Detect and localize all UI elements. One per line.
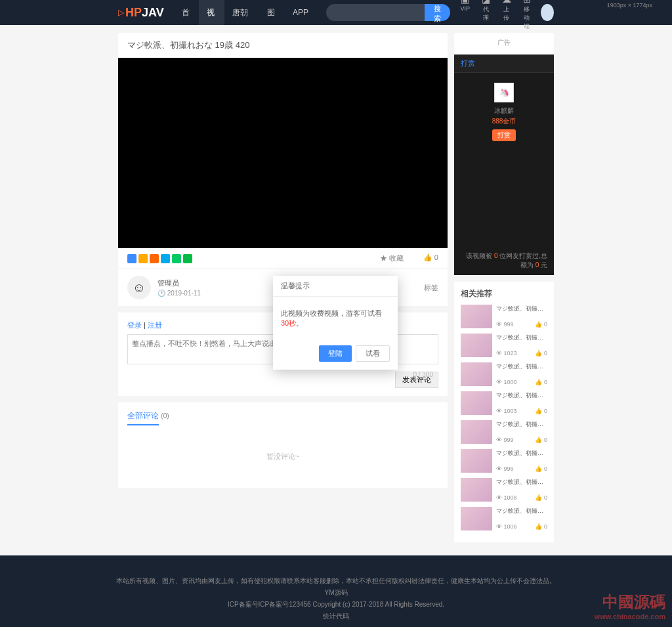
share-icon-3[interactable] <box>150 254 159 263</box>
share-icon-1[interactable] <box>127 254 136 263</box>
footer-line-3: ICP备案号ICP备案号123456 Copyright (c) 2017-20… <box>0 599 672 611</box>
modal-body: 此视频为收费视频，游客可试看30秒。 <box>273 297 398 340</box>
share-icon-5[interactable] <box>172 254 181 263</box>
login-link[interactable]: 登录 <box>127 321 142 329</box>
modal-preview-button[interactable]: 试看 <box>356 345 390 362</box>
related-views: 👁 996 <box>496 465 514 472</box>
search-button[interactable]: 搜索 <box>425 4 450 21</box>
related-likes: 👍 0 <box>535 523 547 530</box>
related-item[interactable]: マジ軟派、初撮れおな 19歳 247 👁 999 👍 0 <box>461 305 547 328</box>
nav: 首页 视频 唐朝小说 图区 APP下载 <box>174 0 320 25</box>
modal-login-button[interactable]: 登陆 <box>319 345 352 362</box>
no-comments: 暂没评论~ <box>127 452 438 462</box>
action-bar: ★ 收藏 👍 0 <box>118 248 448 269</box>
video-player[interactable] <box>118 58 448 248</box>
tags-label: 标签 <box>424 283 438 293</box>
related-likes: 👍 0 <box>535 350 547 357</box>
reward-box: 打赏 🦄 冰麒麟 888金币 打赏 该视频被 0 位网友打赏过,总额为 0 元 <box>454 54 554 275</box>
reward-button[interactable]: 打赏 <box>492 129 516 141</box>
all-comments-count: (0) <box>161 412 169 420</box>
related-thumb <box>461 391 492 415</box>
related-views: 👁 1003 <box>496 408 517 414</box>
modal: 温馨提示 此视频为收费视频，游客可试看30秒。 登陆 试看 <box>273 276 398 370</box>
related-views: 👁 999 <box>496 437 514 443</box>
nav-gallery[interactable]: 图区 <box>259 0 285 25</box>
related-item[interactable]: マジ軟派、初撮れおな 19歳 415 👁 1006 👍 0 <box>461 507 547 530</box>
share-icon-2[interactable] <box>138 254 148 263</box>
reward-tab[interactable]: 打赏 <box>454 54 554 73</box>
modal-title: 温馨提示 <box>273 276 398 297</box>
footer-line-2: YM源码 <box>0 587 672 599</box>
share-icon-6[interactable] <box>183 254 192 263</box>
favorite-button[interactable]: ★ 收藏 <box>380 253 404 263</box>
related-thumb <box>461 362 492 386</box>
uploader-avatar[interactable]: ☺ <box>127 276 151 299</box>
related-item[interactable]: マジ軟派、初撮れおな 19歳 417 👁 1008 👍 0 <box>461 478 547 502</box>
logo[interactable]: ▷ HPJAV <box>118 6 164 20</box>
related-likes: 👍 0 <box>535 494 547 501</box>
share-icon-4[interactable] <box>161 254 170 263</box>
related-thumb <box>461 420 492 444</box>
related-likes: 👍 0 <box>535 437 547 443</box>
nav-home[interactable]: 首页 <box>174 0 200 25</box>
agent-icon[interactable]: ◪代理 <box>482 0 490 31</box>
mobile-icon[interactable]: ⊞移动端 <box>523 0 531 31</box>
related-title: 相关推荐 <box>461 288 547 299</box>
related-item-title: マジ軟派、初撮れおな 19歳 413 <box>496 391 547 400</box>
related-likes: 👍 0 <box>535 408 547 414</box>
related-thumb <box>461 478 492 502</box>
related-item-title: マジ軟派、初撮れおな 19歳 247 <box>496 305 547 313</box>
related-views: 👁 1023 <box>496 350 517 357</box>
all-comments: 全部评论 (0) 暂没评论~ <box>118 402 448 488</box>
related-box: 相关推荐 マジ軟派、初撮れおな 19歳 247 👁 999 👍 0 マジ軟派、初… <box>454 282 554 542</box>
related-item[interactable]: マジ軟派、初撮れおな 19歳 413 👁 1003 👍 0 <box>461 391 547 415</box>
related-item[interactable]: マジ軟派、初撮れおな 19歳 416 👁 1023 👍 0 <box>461 334 547 357</box>
user-avatar[interactable] <box>541 4 554 21</box>
header: ▷ HPJAV 首页 视频 唐朝小说 图区 APP下载 搜索 ▣VIP ◪代理 … <box>0 0 672 25</box>
search-input[interactable] <box>326 4 425 21</box>
reward-amount: 888金币 <box>464 117 544 126</box>
related-item-title: マジ軟派、初撮れおな 19歳 415 <box>496 507 547 515</box>
reward-name: 冰麒麟 <box>464 106 544 116</box>
related-views: 👁 1008 <box>496 494 517 501</box>
logo-play-icon: ▷ <box>118 8 124 17</box>
related-likes: 👍 0 <box>535 465 547 472</box>
related-thumb <box>461 449 492 473</box>
ad-box: 广告 <box>454 33 554 54</box>
footer: 本站所有视频、图片、资讯均由网友上传，如有侵犯权限请联系本站客服删除，本站不承担… <box>0 555 672 627</box>
related-item[interactable]: マジ軟派、初撮れおな 19歳 411 👁 996 👍 0 <box>461 449 547 473</box>
related-item-title: マジ軟派、初撮れおな 19歳 412 <box>496 362 547 371</box>
reward-image: 🦄 <box>494 83 514 102</box>
comment-counter: 0 / 300 <box>413 371 433 378</box>
dimensions-label: 1903px × 1774px <box>607 2 652 9</box>
nav-novel[interactable]: 唐朝小说 <box>224 0 259 25</box>
related-item[interactable]: マジ軟派、初撮れおな 19歳 412 👁 1000 👍 0 <box>461 362 547 386</box>
share-icons <box>127 254 192 263</box>
vip-icon[interactable]: ▣VIP <box>460 0 470 31</box>
related-likes: 👍 0 <box>535 321 547 328</box>
search-box: 搜索 <box>326 4 450 21</box>
nav-video[interactable]: 视频 <box>199 0 224 25</box>
related-likes: 👍 0 <box>535 379 547 385</box>
register-link[interactable]: 注册 <box>148 321 162 329</box>
all-comments-title: 全部评论 <box>127 410 159 425</box>
related-views: 👁 1000 <box>496 379 517 385</box>
footer-line-4: 统计代码 <box>0 611 672 622</box>
related-item-title: マジ軟派、初撮れおな 19歳 417 <box>496 478 547 486</box>
footer-line-1: 本站所有视频、图片、资讯均由网友上传，如有侵犯权限请联系本站客服删除，本站不承担… <box>0 575 672 587</box>
related-thumb <box>461 305 492 328</box>
related-item-title: マジ軟派、初撮れおな 19歳 411 <box>496 449 547 458</box>
header-icons: ▣VIP ◪代理 ☁上传 ⊞移动端 <box>460 0 531 31</box>
video-title: マジ軟派、初撮れおな 19歳 420 <box>118 33 448 58</box>
related-item-title: マジ軟派、初撮れおな 19歳 414 <box>496 420 547 429</box>
nav-app[interactable]: APP下载 <box>285 0 320 25</box>
related-item[interactable]: マジ軟派、初撮れおな 19歳 414 👁 999 👍 0 <box>461 420 547 444</box>
related-thumb <box>461 334 492 357</box>
related-item-title: マジ軟派、初撮れおな 19歳 416 <box>496 334 547 342</box>
reward-stats: 该视频被 0 位网友打赏过,总额为 0 元 <box>454 246 554 275</box>
upload-icon[interactable]: ☁上传 <box>502 0 511 31</box>
related-views: 👁 1006 <box>496 523 517 530</box>
related-views: 👁 999 <box>496 321 514 328</box>
like-button[interactable]: 👍 0 <box>423 253 438 263</box>
related-thumb <box>461 507 492 530</box>
